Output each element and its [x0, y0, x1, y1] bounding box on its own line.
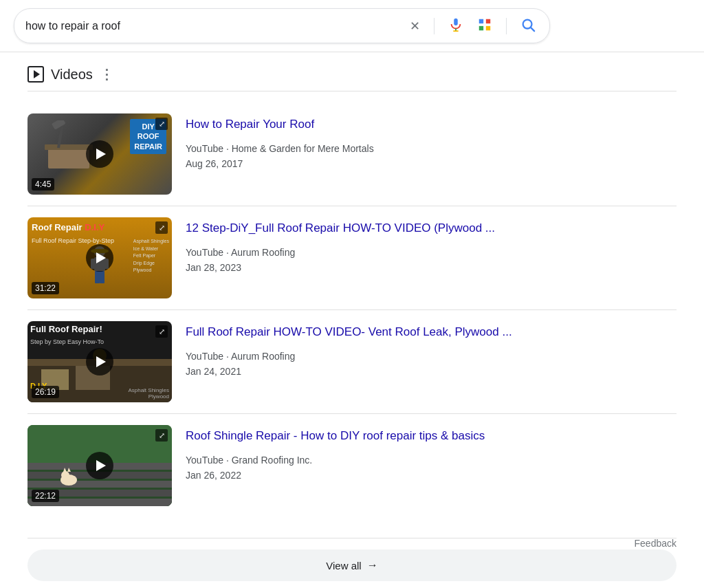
video-item-1[interactable]: DIYROOFREPAIR 4:45 How to Repair Your Ro…	[28, 102, 676, 206]
video-section-icon	[28, 66, 44, 83]
section-header: Videos ⋮	[28, 66, 676, 91]
video-info-1: How to Repair Your Roof YouTube · Home &…	[186, 113, 676, 172]
video-item-4[interactable]: 22:12 Roof Shingle Repair - How to DIY r…	[28, 414, 676, 517]
svg-rect-0	[454, 19, 458, 25]
bottom-area: Feedback View all →	[0, 531, 704, 588]
divider-line	[28, 538, 676, 538]
video-info-4: Roof Shingle Repair - How to DIY roof re…	[186, 425, 676, 483]
x-icon	[410, 19, 420, 34]
google-lens-button[interactable]	[474, 14, 495, 37]
search-bar-wrapper: how to repair a roof	[0, 0, 704, 52]
video-meta-2: YouTube · Aurum Roofing Jan 28, 2023	[186, 245, 676, 276]
video-title-2[interactable]: 12 Step-DiY_Full Roof Repair HOW-TO VIDE…	[186, 220, 676, 237]
thumbnail-1: DIYROOFREPAIR 4:45	[28, 113, 172, 195]
video-date-3: Jan 24, 2021	[186, 364, 676, 379]
video-title-4[interactable]: Roof Shingle Repair - How to DIY roof re…	[186, 428, 676, 444]
video-source-2: YouTube · Aurum Roofing	[186, 245, 676, 260]
search-bar: how to repair a roof	[14, 8, 550, 43]
view-all-label: View all	[326, 560, 361, 571]
svg-rect-5	[48, 148, 89, 168]
search-button[interactable]	[518, 14, 538, 37]
clear-button[interactable]	[407, 16, 423, 36]
video-date-2: Jan 28, 2023	[186, 260, 676, 275]
video-source-3: YouTube · Aurum Roofing	[186, 349, 676, 364]
duration-4: 22:12	[32, 490, 59, 502]
search-icon	[520, 17, 536, 34]
feedback-text[interactable]: Feedback	[635, 538, 676, 549]
video-info-2: 12 Step-DiY_Full Roof Repair HOW-TO VIDE…	[186, 217, 676, 276]
search-icons	[407, 14, 538, 37]
expand-icon-1	[155, 118, 168, 130]
video-meta-3: YouTube · Aurum Roofing Jan 24, 2021	[186, 349, 676, 380]
duration-1: 4:45	[32, 178, 54, 190]
search-input[interactable]: how to repair a roof	[25, 20, 402, 32]
svg-rect-25	[28, 481, 172, 488]
mic-icon	[448, 17, 463, 34]
thumbnail-4: 22:12	[28, 425, 172, 506]
main-content: Videos ⋮ DIYROOFREPAIR 4:45	[0, 52, 704, 531]
svg-rect-14	[100, 271, 104, 283]
svg-rect-13	[95, 271, 100, 283]
play-button-3[interactable]	[86, 348, 113, 375]
voice-search-button[interactable]	[446, 14, 466, 37]
duration-2: 31:22	[32, 282, 59, 294]
arrow-icon: →	[367, 559, 378, 571]
divider	[434, 18, 434, 34]
lens-icon	[477, 17, 492, 34]
svg-rect-6	[45, 144, 93, 150]
view-all-button[interactable]: View all →	[28, 549, 676, 581]
section-more-button[interactable]: ⋮	[100, 66, 114, 83]
play-button-2[interactable]	[86, 244, 113, 272]
video-source-4: YouTube · Grand Roofing Inc.	[186, 453, 676, 468]
video-date-4: Jan 26, 2022	[186, 468, 676, 483]
video-item-2[interactable]: Roof Repair D.I.Y Full Roof Repair Step-…	[28, 206, 676, 310]
video-list: DIYROOFREPAIR 4:45 How to Repair Your Ro…	[28, 102, 676, 517]
expand-icon-2	[155, 221, 168, 234]
video-date-1: Aug 26, 2017	[186, 156, 676, 171]
play-button-1[interactable]	[86, 140, 113, 168]
video-source-1: YouTube · Home & Garden for Mere Mortals	[186, 141, 676, 156]
thumb-2-text: Roof Repair D.I.Y Full Roof Repair Step-…	[32, 221, 114, 246]
expand-icon-3	[155, 325, 168, 338]
svg-rect-8	[52, 120, 66, 130]
video-meta-1: YouTube · Home & Garden for Mere Mortals…	[186, 141, 676, 172]
video-item-3[interactable]: Full Roof Repair! Step by Step Easy How-…	[28, 310, 676, 414]
thumbnail-2: Roof Repair D.I.Y Full Roof Repair Step-…	[28, 217, 172, 298]
svg-line-4	[531, 28, 534, 31]
video-title-1[interactable]: How to Repair Your Roof	[186, 116, 676, 133]
svg-point-29	[61, 471, 69, 479]
divider-2	[506, 18, 507, 34]
section-title: Videos	[51, 67, 93, 83]
thumbnail-3: Full Roof Repair! Step by Step Easy How-…	[28, 321, 172, 402]
expand-icon-4	[155, 429, 168, 442]
play-button-4[interactable]	[86, 452, 113, 479]
duration-3: 26:19	[32, 386, 59, 398]
video-meta-4: YouTube · Grand Roofing Inc. Jan 26, 202…	[186, 453, 676, 483]
video-title-3[interactable]: Full Roof Repair HOW-TO VIDEO- Vent Roof…	[186, 324, 676, 340]
video-info-3: Full Roof Repair HOW-TO VIDEO- Vent Roof…	[186, 321, 676, 380]
